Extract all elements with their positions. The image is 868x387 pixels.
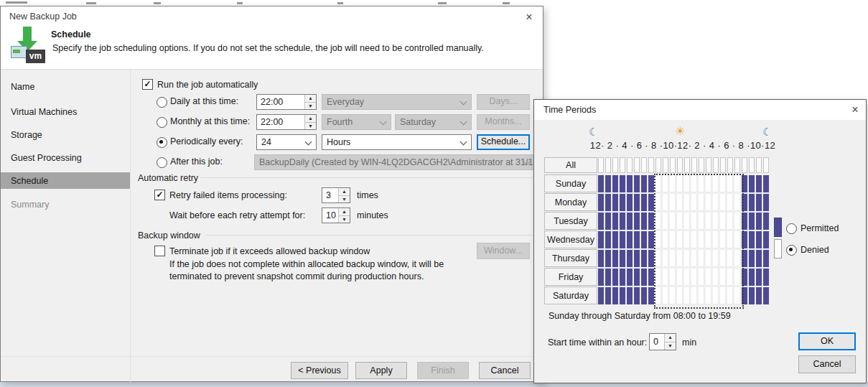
hour-cell[interactable] [605,250,611,267]
all-hour-cell[interactable] [720,157,726,173]
hour-cell[interactable] [620,269,625,286]
day-header-monday[interactable]: Monday [544,193,597,211]
hour-cell[interactable] [756,269,762,286]
hour-cell[interactable] [763,287,769,304]
hour-cell[interactable] [605,175,611,192]
hour-cell[interactable] [663,194,668,211]
all-hour-cell[interactable] [677,157,683,173]
hour-cell[interactable] [699,231,704,248]
all-hour-cell[interactable] [612,157,618,173]
hour-cell[interactable] [727,250,733,267]
daily-time-spinner[interactable]: 22:00 ▲▼ [256,94,317,110]
hour-cell[interactable] [749,175,755,192]
all-hour-cell[interactable] [742,157,747,173]
hour-cell[interactable] [598,231,604,248]
spinner-arrows-icon[interactable]: ▲▼ [338,188,350,202]
hour-cell[interactable] [734,175,740,192]
daily-frequency-dropdown[interactable]: Everyday [322,94,472,110]
hour-cell[interactable] [634,231,640,248]
hour-cell[interactable] [627,269,633,286]
hour-cell[interactable] [720,250,726,267]
hour-cell[interactable] [605,231,611,248]
retry-count-spinner[interactable]: 3 ▲▼ [322,187,350,203]
hour-cell[interactable] [713,287,719,304]
hour-cell[interactable] [627,231,633,248]
hour-cell[interactable] [684,175,690,192]
apply-button[interactable]: Apply [355,362,407,379]
all-hour-cell[interactable] [605,157,611,173]
hour-cell[interactable] [742,269,747,286]
hour-cell[interactable] [655,231,661,248]
hour-cell[interactable] [684,269,690,286]
hour-cell[interactable] [663,175,668,192]
hour-cell[interactable] [706,213,711,230]
hour-cell[interactable] [620,250,625,267]
hour-cell[interactable] [713,269,719,286]
hour-cell[interactable] [648,287,654,304]
all-hour-cell[interactable] [756,157,762,173]
all-hour-cell[interactable] [655,157,661,173]
hour-cell[interactable] [742,231,747,248]
hour-cell[interactable] [605,194,611,211]
hour-cell[interactable] [713,231,719,248]
all-hour-cell[interactable] [641,157,647,173]
hour-cell[interactable] [706,175,711,192]
hour-cell[interactable] [648,269,654,286]
hour-cell[interactable] [641,231,647,248]
hour-cell[interactable] [734,287,740,304]
hour-cell[interactable] [734,269,740,286]
hour-cell[interactable] [706,287,711,304]
sidebar-item-name[interactable]: Name [11,82,34,92]
hour-cell[interactable] [648,250,654,267]
hour-cell[interactable] [627,287,633,304]
hour-cell[interactable] [749,231,755,248]
all-hour-cell[interactable] [598,157,604,173]
hour-cell[interactable] [691,250,697,267]
hour-cell[interactable] [749,287,755,304]
hour-cell[interactable] [691,269,697,286]
hour-cell[interactable] [677,250,683,267]
all-hour-cell[interactable] [691,157,697,173]
hour-cell[interactable] [749,250,755,267]
all-hour-cell[interactable] [663,157,668,173]
hour-cell[interactable] [763,175,769,192]
hour-cell[interactable] [612,269,618,286]
sidebar-item-virtual-machines[interactable]: Virtual Machines [11,107,77,117]
hour-cell[interactable] [720,194,726,211]
hour-cell[interactable] [691,213,697,230]
all-hour-cell[interactable] [727,157,733,173]
day-header-saturday[interactable]: Saturday [544,286,597,304]
hour-cell[interactable] [620,287,625,304]
hour-cell[interactable] [605,269,611,286]
day-header-all[interactable]: All [544,157,597,173]
hour-cell[interactable] [691,231,697,248]
hour-cell[interactable] [734,231,740,248]
hour-cell[interactable] [691,287,697,304]
hour-cell[interactable] [627,250,633,267]
day-header-friday[interactable]: Friday [544,268,597,286]
hour-cell[interactable] [670,287,676,304]
hour-cell[interactable] [749,269,755,286]
hour-cell[interactable] [620,213,625,230]
hour-cell[interactable] [727,194,733,211]
hour-cell[interactable] [756,194,762,211]
hour-cell[interactable] [706,194,711,211]
spinner-arrows-icon[interactable]: ▲▼ [664,334,676,350]
hour-cell[interactable] [713,250,719,267]
all-hour-cell[interactable] [670,157,676,173]
hour-cell[interactable] [699,175,704,192]
terminate-checkbox[interactable] [154,246,165,256]
hour-cell[interactable] [699,213,704,230]
hour-cell[interactable] [634,194,640,211]
close-icon[interactable]: × [521,10,537,24]
tp-close-icon[interactable]: × [847,103,863,117]
hour-cell[interactable] [684,194,690,211]
hour-cell[interactable] [756,175,762,192]
spinner-arrows-icon[interactable]: ▲▼ [304,115,316,129]
hour-cell[interactable] [655,213,661,230]
hour-cell[interactable] [648,175,654,192]
hour-cell[interactable] [612,231,618,248]
hour-cell[interactable] [691,194,697,211]
hour-cell[interactable] [699,194,704,211]
hour-cell[interactable] [598,250,604,267]
